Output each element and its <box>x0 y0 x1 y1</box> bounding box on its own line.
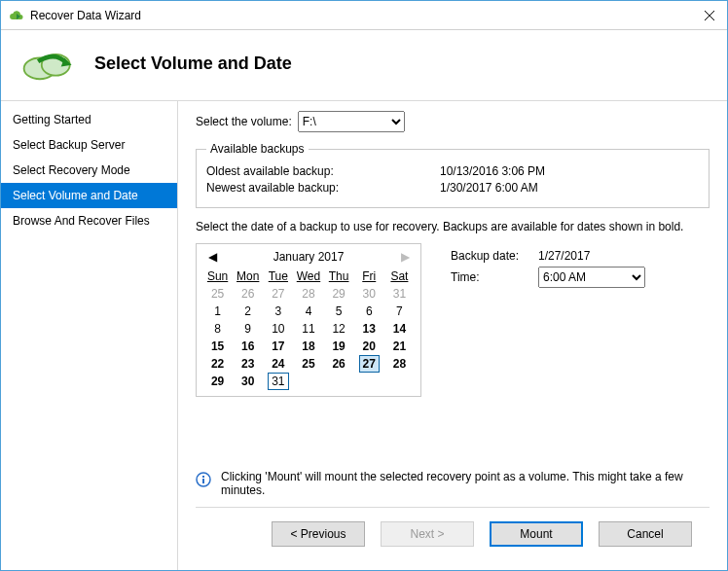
calendar-day[interactable]: 27 <box>263 285 293 303</box>
wizard-steps-sidebar: Getting Started Select Backup Server Sel… <box>1 101 178 570</box>
previous-button[interactable]: < Previous <box>272 521 365 547</box>
calendar-day[interactable]: 25 <box>293 355 323 373</box>
date-time-info: Backup date: 1/27/2017 Time: 6:00 AM <box>451 243 645 397</box>
calendar-day[interactable]: 11 <box>293 320 323 338</box>
calendar-day[interactable]: 4 <box>293 303 323 320</box>
info-icon <box>196 472 211 487</box>
calendar-day[interactable]: 30 <box>233 373 263 390</box>
wizard-header: Select Volume and Date <box>1 30 727 100</box>
calendar-grid: SunMonTueWedThuFriSat 252627282930311234… <box>202 268 415 390</box>
volume-select[interactable]: F:\ <box>298 111 405 132</box>
calendar-day[interactable]: 27 <box>354 355 384 373</box>
available-backups-legend: Available backups <box>206 142 309 156</box>
newest-backup-label: Newest available backup: <box>206 181 440 195</box>
backup-date-label: Backup date: <box>451 249 538 263</box>
oldest-backup-value: 10/13/2016 3:06 PM <box>440 164 545 178</box>
instruction-text: Select the date of a backup to use for r… <box>196 220 710 233</box>
calendar-day[interactable]: 12 <box>324 320 354 338</box>
calendar-day[interactable]: 1 <box>202 303 233 320</box>
volume-row: Select the volume: F:\ <box>196 111 710 132</box>
step-browse-and-recover-files[interactable]: Browse And Recover Files <box>1 208 177 233</box>
wizard-main-panel: Select the volume: F:\ Available backups… <box>178 101 727 570</box>
step-select-backup-server[interactable]: Select Backup Server <box>1 132 177 158</box>
backup-date-value: 1/27/2017 <box>538 249 590 263</box>
calendar-day[interactable]: 25 <box>202 285 233 303</box>
calendar-day[interactable]: 31 <box>384 285 415 303</box>
time-select[interactable]: 6:00 AM <box>538 267 645 288</box>
mount-button[interactable]: Mount <box>490 521 583 547</box>
calendar-day[interactable]: 15 <box>202 338 233 355</box>
calendar-dow: Thu <box>324 268 354 285</box>
calendar-day[interactable]: 7 <box>384 303 415 320</box>
next-button: Next > <box>381 521 474 547</box>
time-label: Time: <box>451 270 538 284</box>
date-selection-block: ◀ January 2017 ▶ SunMonTueWedThuFriSat 2… <box>196 243 710 397</box>
calendar-day[interactable]: 29 <box>324 285 354 303</box>
titlebar: Recover Data Wizard <box>1 1 727 30</box>
calendar-dow: Sun <box>202 268 233 285</box>
calendar-day[interactable]: 28 <box>384 355 415 373</box>
calendar-day[interactable]: 17 <box>263 338 293 355</box>
calendar-day <box>293 373 323 390</box>
recover-data-wizard-window: Recover Data Wizard Select Volume and Da… <box>0 0 728 571</box>
calendar-day[interactable]: 23 <box>233 355 263 373</box>
calendar-dow: Tue <box>263 268 293 285</box>
calendar-day[interactable]: 20 <box>354 338 384 355</box>
calendar-day[interactable]: 18 <box>293 338 323 355</box>
calendar-day[interactable]: 8 <box>202 320 233 338</box>
calendar-day[interactable]: 22 <box>202 355 233 373</box>
step-select-recovery-mode[interactable]: Select Recovery Mode <box>1 158 177 183</box>
calendar-day[interactable]: 10 <box>263 320 293 338</box>
svg-rect-4 <box>202 476 204 478</box>
calendar-day[interactable]: 30 <box>354 285 384 303</box>
calendar-day[interactable]: 28 <box>293 285 323 303</box>
calendar-day[interactable]: 21 <box>384 338 415 355</box>
calendar-day <box>354 373 384 390</box>
window-title: Recover Data Wizard <box>30 9 141 22</box>
calendar-month-label: January 2017 <box>273 250 345 264</box>
calendar-day[interactable]: 13 <box>354 320 384 338</box>
mount-note-text: Clicking 'Mount' will mount the selected… <box>221 470 710 497</box>
calendar-day[interactable]: 6 <box>354 303 384 320</box>
calendar-dow: Fri <box>354 268 384 285</box>
calendar-day[interactable]: 31 <box>263 373 293 390</box>
close-icon <box>704 10 715 21</box>
step-getting-started[interactable]: Getting Started <box>1 107 177 132</box>
calendar-day[interactable]: 16 <box>233 338 263 355</box>
app-icon <box>9 8 24 23</box>
calendar-day <box>324 373 354 390</box>
available-backups-group: Available backups Oldest available backu… <box>196 142 710 208</box>
close-button[interactable] <box>698 5 721 26</box>
mount-note: Clicking 'Mount' will mount the selected… <box>196 470 710 497</box>
calendar-next-month[interactable]: ▶ <box>397 250 413 264</box>
calendar-day[interactable]: 26 <box>233 285 263 303</box>
wizard-body: Getting Started Select Backup Server Sel… <box>1 100 727 570</box>
newest-backup-value: 1/30/2017 6:00 AM <box>440 181 538 195</box>
wizard-footer: < Previous Next > Mount Cancel <box>196 507 710 560</box>
calendar-day[interactable]: 14 <box>384 320 415 338</box>
calendar-day[interactable]: 5 <box>324 303 354 320</box>
calendar-day <box>384 373 415 390</box>
calendar-day[interactable]: 2 <box>233 303 263 320</box>
calendar-day[interactable]: 3 <box>263 303 293 320</box>
calendar-dow: Wed <box>293 268 323 285</box>
calendar-dow: Mon <box>233 268 263 285</box>
calendar-day[interactable]: 26 <box>324 355 354 373</box>
calendar: ◀ January 2017 ▶ SunMonTueWedThuFriSat 2… <box>196 243 421 397</box>
calendar-prev-month[interactable]: ◀ <box>204 250 220 264</box>
calendar-dow: Sat <box>384 268 415 285</box>
calendar-day[interactable]: 9 <box>233 320 263 338</box>
volume-label: Select the volume: <box>196 115 292 128</box>
cloud-logo-icon <box>20 44 77 83</box>
wizard-title: Select Volume and Date <box>94 54 292 74</box>
cancel-button[interactable]: Cancel <box>599 521 692 547</box>
step-select-volume-and-date[interactable]: Select Volume and Date <box>1 183 177 208</box>
calendar-day[interactable]: 29 <box>202 373 233 390</box>
svg-rect-3 <box>202 479 204 483</box>
oldest-backup-label: Oldest available backup: <box>206 164 440 178</box>
calendar-day[interactable]: 19 <box>324 338 354 355</box>
calendar-day[interactable]: 24 <box>263 355 293 373</box>
